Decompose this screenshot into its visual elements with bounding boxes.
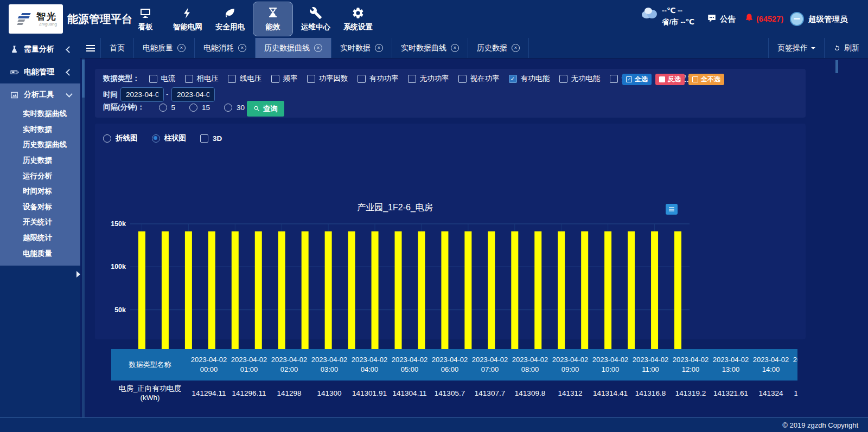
bar (441, 231, 448, 353)
tab-operations-button[interactable]: 页签操作 (768, 38, 824, 58)
data-type-option[interactable]: 线电压 (228, 74, 262, 83)
chart-menu-icon[interactable] (666, 204, 678, 215)
radio-icon (224, 104, 232, 112)
tab-close-icon[interactable]: × (451, 44, 459, 52)
tab-item[interactable]: 历史数据× (468, 38, 529, 58)
tab-close-icon[interactable]: × (238, 44, 246, 52)
data-type-label: 数据类型： (103, 74, 140, 83)
data-type-option[interactable]: 视在功率 (458, 74, 500, 83)
invert-selection-button[interactable]: 反选 (655, 74, 685, 85)
table-cell: 141301.91 (349, 381, 390, 405)
table-cell: 141296.11 (229, 381, 269, 405)
content-scrollbar-track (82, 59, 85, 417)
bar-chart-svg: 050k100k150k2023-04-0202:0004:0006:0008:… (100, 215, 703, 367)
data-type-option[interactable]: 电流 (149, 74, 176, 83)
sidebar-subitem[interactable]: 开关统计 (0, 215, 80, 230)
chevron-left-icon (66, 69, 73, 76)
checkbox-icon (559, 75, 567, 83)
table-column-header: 2023-04-0211:00 (630, 349, 671, 381)
sidebar-item-energy-management[interactable]: 电能管理 (0, 61, 80, 83)
sidebar-subitem[interactable]: 实时数据曲线 (0, 106, 80, 122)
energy-management-platform: 智光 Zhiguang 能源管理平台 看板智能电网安全用电能效运维中心系统设置 … (0, 0, 868, 432)
checkbox-icon (228, 75, 236, 83)
table-cell: 141294.11 (189, 381, 229, 405)
tab-close-icon[interactable]: × (512, 44, 520, 52)
data-type-option[interactable]: ✓有功电能 (509, 74, 550, 83)
bar (138, 231, 145, 353)
tab-item[interactable]: 实时数据× (331, 38, 392, 58)
tab-close-icon[interactable]: × (314, 44, 322, 52)
bar (488, 231, 495, 353)
sidebar-subitem[interactable]: 实时数据 (0, 122, 80, 138)
sidebar-item-analysis-tools[interactable]: 分析工具 (0, 83, 80, 106)
menu-toggle-button[interactable] (80, 38, 101, 58)
table-cell: 141326.11 (791, 381, 797, 405)
content-scrollbar-thumb[interactable] (82, 60, 85, 98)
nav-item-smart-grid[interactable]: 智能电网 (168, 2, 207, 36)
tab-item[interactable]: 电能质量× (134, 38, 195, 58)
radio-icon (189, 104, 197, 112)
app-header: 智光 Zhiguang 能源管理平台 看板智能电网安全用电能效运维中心系统设置 … (0, 0, 868, 38)
sidebar-subitem[interactable]: 越限统计 (0, 230, 80, 246)
tab-item[interactable]: 历史数据曲线× (256, 38, 331, 58)
data-type-option[interactable]: 相电压 (185, 74, 219, 83)
nav-item-safe-power[interactable]: 安全用电 (210, 2, 250, 36)
tab-item[interactable]: 实时数据曲线× (392, 38, 468, 58)
data-type-option[interactable]: 无功功率 (408, 74, 449, 83)
table-body: 电房_正向有功电度(kWh)141294.11141296.1114129814… (111, 381, 797, 405)
chart-option-line-chart[interactable]: 折线图 (103, 133, 138, 143)
interval-option-15[interactable]: 15 (189, 104, 210, 112)
interval-option-5[interactable]: 5 (159, 104, 176, 112)
right-scrollbar-thumb[interactable] (835, 60, 838, 73)
svg-text:50k: 50k (114, 306, 126, 314)
time-from-input[interactable] (120, 87, 164, 102)
table-column-header: 2023-04-0213:00 (711, 349, 751, 381)
nav-item-dashboard[interactable]: 看板 (126, 2, 165, 36)
data-type-option[interactable]: 频率 (271, 74, 298, 83)
user-menu[interactable]: 超级管理员 (790, 0, 848, 38)
bar (604, 231, 611, 353)
chart-option-3d[interactable]: 3D (200, 134, 222, 143)
interval-option-30[interactable]: 30 (224, 104, 245, 112)
sidebar-collapse-handle[interactable] (76, 271, 80, 278)
table-cell: 141312 (550, 381, 590, 405)
chevron-down-icon (66, 91, 73, 98)
data-type-option[interactable]: 功率因数 (307, 74, 348, 83)
sidebar-subitem[interactable]: 运行分析 (0, 168, 80, 184)
sidebar-subitem[interactable]: 电能质量 (0, 246, 80, 261)
sidebar-subitem[interactable]: 历史数据 (0, 153, 80, 169)
select-all-button[interactable]: 全选 (622, 74, 652, 85)
nav-item-system-settings[interactable]: 系统设置 (339, 2, 378, 36)
data-type-option[interactable]: 有功功率 (358, 74, 399, 83)
hamburger-icon (86, 48, 95, 49)
sidebar-subitem[interactable]: 时间对标 (0, 184, 80, 199)
query-button[interactable]: 查询 (247, 101, 284, 117)
sidebar-submenu: 实时数据曲线实时数据历史数据曲线历史数据运行分析时间对标设备对标开关统计越限统计… (0, 106, 80, 266)
bar (558, 231, 565, 353)
sidebar-subitem[interactable]: 设备对标 (0, 199, 80, 215)
alarm-button[interactable]: (64527) (744, 0, 783, 38)
nav-item-energy-efficiency[interactable]: 能效 (253, 2, 293, 36)
tab-close-icon[interactable]: × (177, 44, 186, 52)
time-to-input[interactable] (171, 87, 215, 102)
announcement-button[interactable]: 公告 (707, 0, 736, 38)
nav-item-ops-center[interactable]: 运维中心 (296, 2, 335, 36)
chart-option-bar-chart[interactable]: 柱状图 (152, 133, 187, 143)
energy-management-icon (10, 68, 21, 77)
tab-list: 首页电能质量×电能消耗×历史数据曲线×实时数据×实时数据曲线×历史数据× (101, 38, 529, 58)
sidebar-item-demand-analysis[interactable]: 需量分析 (0, 38, 80, 61)
checkbox-icon (610, 75, 618, 83)
checkbox-icon (200, 134, 208, 143)
bar (628, 231, 635, 353)
select-none-button[interactable]: 全不选 (688, 74, 724, 85)
announcement-label: 公告 (720, 14, 736, 24)
refresh-button[interactable]: 刷新 (824, 38, 868, 58)
tab-close-icon[interactable]: × (375, 44, 383, 52)
data-type-option[interactable]: 无功电能 (559, 74, 601, 83)
radio-label: 30 (237, 104, 245, 112)
tab-item[interactable]: 首页 (101, 38, 134, 58)
sidebar-subitem[interactable]: 历史数据曲线 (0, 137, 80, 153)
svg-text:100k: 100k (111, 263, 126, 270)
bar (348, 231, 355, 353)
tab-item[interactable]: 电能消耗× (195, 38, 256, 58)
